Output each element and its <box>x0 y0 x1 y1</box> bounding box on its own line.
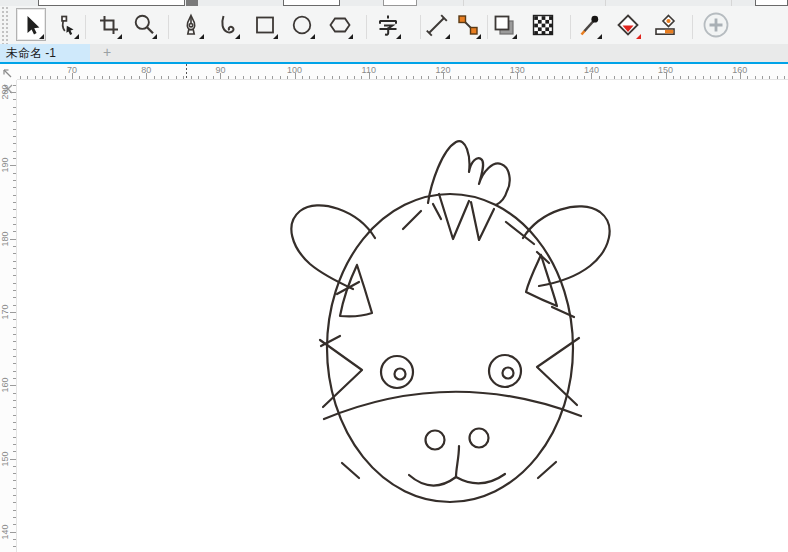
ruler-tick <box>309 76 310 79</box>
zoom-tool[interactable] <box>129 8 159 41</box>
ruler-tick <box>450 76 451 79</box>
ruler-tick <box>784 76 785 79</box>
text-tool[interactable] <box>373 8 403 41</box>
ruler-tick <box>13 305 16 306</box>
dimension-line-icon <box>425 13 449 37</box>
drop-shadow-tool[interactable] <box>489 8 519 41</box>
ruler-tick <box>13 187 16 188</box>
ruler-tick <box>332 76 333 79</box>
pick-tool[interactable] <box>16 8 46 41</box>
ruler-tick <box>376 76 377 79</box>
ruler-tick <box>695 76 696 79</box>
ruler-page-marker <box>186 64 187 80</box>
ruler-tick <box>13 129 16 130</box>
ruler-tick <box>206 76 207 79</box>
crop-tool[interactable] <box>94 8 124 41</box>
ruler-tick <box>94 76 95 79</box>
pick-cursor-icon <box>19 13 43 37</box>
ruler-tick <box>102 76 103 79</box>
ruler-tick <box>168 76 169 79</box>
ruler-tick <box>13 261 16 262</box>
ruler-tick <box>13 246 16 247</box>
ruler-label: 150 <box>0 445 10 473</box>
ruler-tick <box>198 76 199 79</box>
ruler-tick <box>13 451 16 452</box>
ruler-tick <box>87 76 88 79</box>
ruler-label: 160 <box>732 65 747 75</box>
dimension-tool[interactable] <box>422 8 452 41</box>
ruler-tick <box>606 76 607 79</box>
ruler-tick <box>124 76 125 79</box>
ruler-tick <box>13 407 16 408</box>
ruler-tick <box>629 76 630 79</box>
pen-tool[interactable] <box>176 8 206 41</box>
ruler-tick <box>347 76 348 79</box>
ruler-tick <box>13 378 16 379</box>
rectangle-tool[interactable] <box>250 8 280 41</box>
ruler-tick <box>13 415 16 416</box>
fill-tool[interactable] <box>613 8 643 41</box>
toolbar-separator <box>570 15 571 39</box>
connector-tool[interactable] <box>453 8 483 41</box>
ruler-tick <box>532 76 533 79</box>
ruler-tick <box>688 76 689 79</box>
ruler-tick <box>13 268 16 269</box>
shape-tool[interactable] <box>51 8 81 41</box>
ruler-tick <box>243 76 244 79</box>
ruler-tick <box>10 385 16 386</box>
ruler-label: 80 <box>141 65 151 75</box>
ruler-label: 70 <box>67 65 77 75</box>
toolbar-separator <box>85 15 86 39</box>
ruler-tick <box>384 76 385 79</box>
new-tab-button[interactable]: + <box>90 44 124 62</box>
ruler-label: 160 <box>0 371 10 399</box>
ruler-tick <box>762 76 763 79</box>
transparency-pattern-tool[interactable] <box>528 8 558 41</box>
ruler-tick <box>725 76 726 79</box>
ruler-tick <box>510 76 511 79</box>
toolbox <box>0 6 788 44</box>
add-tool-button[interactable] <box>701 8 731 41</box>
shape-node-icon <box>54 13 78 37</box>
bspline-curve-tool[interactable] <box>212 8 242 41</box>
smart-fill-tool[interactable] <box>650 8 680 41</box>
vertical-ruler[interactable]: 200190180170160150140 <box>0 80 17 552</box>
drop-shadow-icon <box>492 13 516 37</box>
ruler-tick <box>13 502 16 503</box>
ruler-tick <box>13 85 16 86</box>
ruler-tick <box>13 136 16 137</box>
drawing-canvas[interactable] <box>17 80 788 552</box>
ruler-tick <box>554 76 555 79</box>
ruler-tick <box>139 76 140 79</box>
ruler-tick <box>480 76 481 79</box>
eyedropper-tool[interactable] <box>574 8 604 41</box>
polygon-icon <box>328 13 352 37</box>
ruler-tick <box>13 297 16 298</box>
ruler-tick <box>495 76 496 79</box>
ruler-tick <box>13 473 16 474</box>
ruler-tick <box>13 546 16 547</box>
ruler-tick <box>176 76 177 79</box>
ruler-tick <box>428 76 429 79</box>
tab-untitled-document[interactable]: 未命名 -1 <box>0 44 90 62</box>
ruler-tick <box>569 76 570 79</box>
ellipse-icon <box>290 13 314 37</box>
ruler-tick <box>20 76 21 79</box>
ruler-tick <box>13 480 16 481</box>
ruler-tick <box>13 283 16 284</box>
ruler-tick <box>614 76 615 79</box>
ellipse-tool[interactable] <box>287 8 317 41</box>
ruler-label: 90 <box>215 65 225 75</box>
ruler-tick <box>13 143 16 144</box>
ruler-tick <box>13 107 16 108</box>
document-tab-bar: 未命名 -1 + <box>0 44 788 62</box>
ruler-tick <box>577 76 578 79</box>
ruler-label: 130 <box>510 65 525 75</box>
toolbar-separator <box>366 15 367 39</box>
ruler-tick <box>10 459 16 460</box>
polygon-tool[interactable] <box>325 8 355 41</box>
horizontal-ruler[interactable]: 708090100110120130140150160 <box>17 64 788 80</box>
ruler-tick <box>50 76 51 79</box>
ruler-tick <box>13 99 16 100</box>
ruler-tick <box>13 290 16 291</box>
